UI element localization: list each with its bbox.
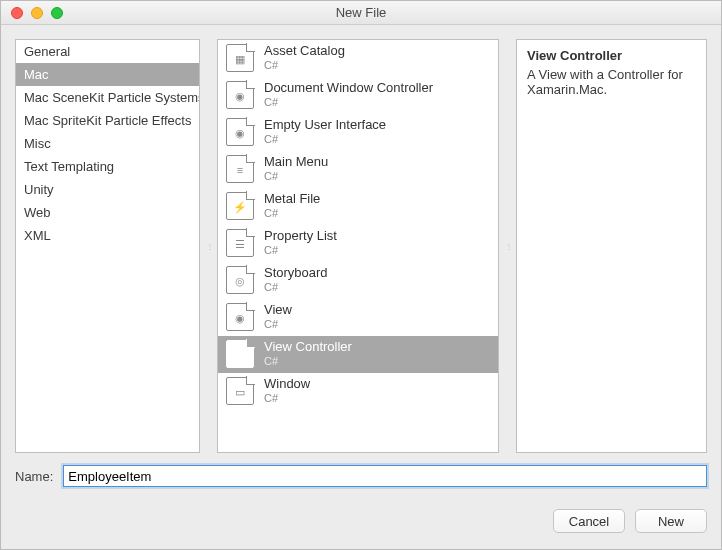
template-subtype: C#: [264, 318, 292, 331]
template-label: Storyboard: [264, 266, 328, 281]
category-item[interactable]: Web: [16, 201, 199, 224]
template-label: Asset Catalog: [264, 44, 345, 59]
window-title: New File: [1, 5, 721, 20]
detail-description: A View with a Controller for Xamarin.Mac…: [527, 67, 696, 97]
splitter-icon[interactable]: ⋮: [206, 39, 211, 453]
template-label: Metal File: [264, 192, 320, 207]
template-item[interactable]: ◉Document Window ControllerC#: [218, 77, 498, 114]
file-type-icon: ☰: [226, 229, 254, 257]
dialog-window: New File GeneralMacMac SceneKit Particle…: [0, 0, 722, 550]
template-subtype: C#: [264, 244, 337, 257]
template-item[interactable]: ⚡Metal FileC#: [218, 188, 498, 225]
category-item[interactable]: Mac: [16, 63, 199, 86]
file-type-icon: ▭: [226, 377, 254, 405]
template-label: Main Menu: [264, 155, 328, 170]
template-label: View Controller: [264, 340, 352, 355]
file-type-icon: ◉: [226, 340, 254, 368]
detail-panel: View Controller A View with a Controller…: [516, 39, 707, 453]
file-type-icon: ⚡: [226, 192, 254, 220]
template-subtype: C#: [264, 59, 345, 72]
template-subtype: C#: [264, 355, 352, 368]
titlebar: New File: [1, 1, 721, 25]
cancel-button[interactable]: Cancel: [553, 509, 625, 533]
template-subtype: C#: [264, 170, 328, 183]
name-label: Name:: [15, 469, 53, 484]
splitter-icon[interactable]: ⋮: [505, 39, 510, 453]
template-label: View: [264, 303, 292, 318]
category-item[interactable]: Mac SceneKit Particle Systems: [16, 86, 199, 109]
template-item[interactable]: ▭WindowC#: [218, 373, 498, 410]
name-bar: Name:: [1, 457, 721, 491]
file-type-icon: ◉: [226, 303, 254, 331]
category-item[interactable]: Text Templating: [16, 155, 199, 178]
template-list[interactable]: ▦Asset CatalogC#◉Document Window Control…: [217, 39, 499, 453]
category-item[interactable]: Mac SpriteKit Particle Effects: [16, 109, 199, 132]
file-type-icon: ≡: [226, 155, 254, 183]
footer: Cancel New: [1, 491, 721, 549]
template-subtype: C#: [264, 207, 320, 220]
template-subtype: C#: [264, 281, 328, 294]
template-subtype: C#: [264, 96, 433, 109]
template-subtype: C#: [264, 133, 386, 146]
template-item[interactable]: ▦Asset CatalogC#: [218, 40, 498, 77]
file-type-icon: ▦: [226, 44, 254, 72]
new-button[interactable]: New: [635, 509, 707, 533]
name-input[interactable]: [63, 465, 707, 487]
template-label: Empty User Interface: [264, 118, 386, 133]
template-item[interactable]: ◉View ControllerC#: [218, 336, 498, 373]
template-item[interactable]: ◎StoryboardC#: [218, 262, 498, 299]
category-list[interactable]: GeneralMacMac SceneKit Particle SystemsM…: [15, 39, 200, 453]
file-type-icon: ◉: [226, 118, 254, 146]
file-type-icon: ◎: [226, 266, 254, 294]
template-label: Document Window Controller: [264, 81, 433, 96]
category-item[interactable]: Unity: [16, 178, 199, 201]
file-type-icon: ◉: [226, 81, 254, 109]
category-item[interactable]: General: [16, 40, 199, 63]
template-item[interactable]: ◉ViewC#: [218, 299, 498, 336]
template-label: Window: [264, 377, 310, 392]
detail-heading: View Controller: [527, 48, 696, 63]
template-subtype: C#: [264, 392, 310, 405]
content-area: GeneralMacMac SceneKit Particle SystemsM…: [1, 25, 721, 457]
category-item[interactable]: Misc: [16, 132, 199, 155]
category-item[interactable]: XML: [16, 224, 199, 247]
template-item[interactable]: ☰Property ListC#: [218, 225, 498, 262]
template-item[interactable]: ≡Main MenuC#: [218, 151, 498, 188]
template-label: Property List: [264, 229, 337, 244]
template-item[interactable]: ◉Empty User InterfaceC#: [218, 114, 498, 151]
